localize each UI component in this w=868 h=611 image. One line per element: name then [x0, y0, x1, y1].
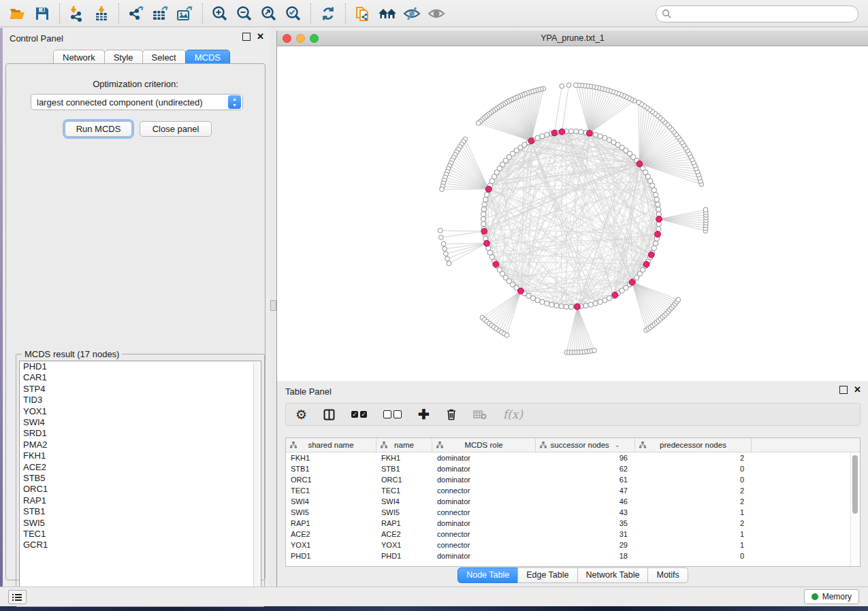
first-neighbors-icon[interactable]	[375, 3, 400, 24]
result-node-item[interactable]: STB1	[20, 506, 261, 517]
zoom-in-icon[interactable]	[208, 3, 232, 24]
table-row[interactable]: YOX1YOX1connector291	[286, 540, 860, 550]
result-node-item[interactable]: ACE2	[20, 462, 261, 473]
float-panel-icon[interactable]	[242, 33, 251, 41]
cell-shared-name: ACE2	[286, 530, 376, 538]
result-node-item[interactable]: FKH1	[20, 450, 261, 461]
table-row[interactable]: FKH1FKH1dominator962	[286, 452, 860, 463]
result-node-item[interactable]: SWI5	[20, 517, 261, 528]
zoom-selected-icon[interactable]	[281, 3, 306, 24]
result-node-item[interactable]: PHD1	[20, 361, 261, 372]
show-all-icon[interactable]	[424, 3, 449, 24]
tab-node-table[interactable]: Node Table	[457, 567, 518, 583]
toolbar-separator	[202, 3, 203, 24]
table-row[interactable]: SWI4SWI4dominator462	[286, 496, 860, 507]
select-all-icon[interactable]: ✓✓	[351, 411, 367, 418]
tab-motifs[interactable]: Motifs	[647, 567, 688, 583]
mcds-result-list[interactable]: PHD1CAR1STP4TID3YOX1SWI4SRD1PMA2FKH1ACE2…	[19, 361, 261, 603]
function-builder-icon[interactable]: f(x)	[503, 408, 523, 421]
tab-edge-table[interactable]: Edge Table	[517, 567, 577, 583]
desktop-wallpaper-bottom	[0, 606, 868, 611]
add-row-icon[interactable]: ✚	[418, 408, 430, 420]
table-scrollbar-thumb[interactable]	[852, 455, 858, 514]
table-row[interactable]: ACE2ACE2connector311	[286, 529, 860, 540]
result-node-item[interactable]: TID3	[20, 395, 261, 406]
save-session-icon[interactable]	[30, 3, 54, 24]
result-node-item[interactable]: ORC1	[20, 484, 261, 495]
import-table-icon[interactable]	[89, 3, 114, 24]
result-node-item[interactable]: RAP1	[20, 495, 261, 506]
memory-button[interactable]: Memory	[804, 589, 859, 604]
export-table-icon[interactable]	[148, 3, 173, 24]
cell-MCDS-role: dominator	[432, 454, 536, 462]
list-icon	[12, 593, 22, 601]
delete-row-icon[interactable]	[446, 408, 457, 420]
cell-name: STB1	[376, 465, 432, 473]
table-row[interactable]: PHD1PHD1dominator180	[286, 550, 860, 561]
node-table[interactable]: shared namenameMCDS rolesuccessor nodes⌄…	[285, 437, 861, 567]
refresh-icon[interactable]	[316, 3, 340, 24]
close-panel-icon[interactable]: ✕	[854, 386, 861, 393]
divider-grip[interactable]	[270, 300, 276, 311]
cell-successor-nodes: 62	[536, 465, 635, 473]
import-network-icon[interactable]	[65, 3, 89, 24]
export-network-icon[interactable]	[124, 3, 148, 24]
zoom-out-icon[interactable]	[232, 3, 257, 24]
cell-MCDS-role: dominator	[432, 519, 536, 527]
task-history-button[interactable]	[8, 590, 27, 604]
table-row[interactable]: SWI5SWI5connector431	[286, 507, 860, 518]
cell-predecessor-nodes: 0	[635, 552, 752, 560]
cell-successor-nodes: 31	[536, 530, 635, 538]
panel-divider[interactable]	[270, 28, 276, 587]
table-scrollbar[interactable]	[850, 452, 860, 567]
cell-successor-nodes: 18	[536, 552, 635, 560]
float-panel-icon[interactable]	[839, 386, 848, 394]
column-header-predecessor-nodes[interactable]: predecessor nodes	[635, 438, 752, 452]
criterion-dropdown[interactable]: largest connected component (undirected)…	[31, 94, 243, 110]
result-node-item[interactable]: STP4	[20, 384, 261, 395]
cell-predecessor-nodes: 1	[635, 530, 752, 538]
criterion-value: largest connected component (undirected)	[31, 97, 228, 108]
result-node-item[interactable]: PMA2	[20, 440, 261, 450]
network-window-titlebar[interactable]: YPA_prune.txt_1	[277, 31, 868, 46]
table-row[interactable]: STB1STB1dominator620	[286, 463, 860, 474]
open-file-icon[interactable]	[5, 3, 30, 24]
result-node-item[interactable]: YOX1	[20, 406, 261, 417]
result-node-item[interactable]: SWI4	[20, 417, 261, 428]
mcds-result-groupbox: MCDS result (17 nodes) PHD1CAR1STP4TID3Y…	[16, 354, 265, 607]
close-panel-button[interactable]: Close panel	[140, 121, 212, 137]
clone-network-icon[interactable]	[351, 3, 375, 24]
network-graph[interactable]	[277, 46, 868, 381]
close-panel-icon[interactable]: ✕	[257, 33, 264, 40]
network-canvas[interactable]	[277, 46, 868, 381]
show-columns-icon[interactable]	[323, 409, 335, 420]
cell-MCDS-role: connector	[432, 541, 536, 549]
table-settings-icon[interactable]: ⚙	[295, 408, 307, 421]
deselect-all-icon[interactable]	[383, 410, 402, 418]
delete-table-icon[interactable]	[473, 409, 487, 420]
result-node-item[interactable]: STB5	[20, 473, 261, 484]
run-mcds-button[interactable]: Run MCDS	[65, 121, 132, 137]
cell-successor-nodes: 96	[536, 454, 635, 462]
export-image-icon[interactable]	[173, 3, 197, 24]
cell-MCDS-role: connector	[432, 486, 536, 495]
hide-selected-icon[interactable]	[400, 3, 424, 24]
tab-network-table[interactable]: Network Table	[577, 567, 649, 583]
result-node-item[interactable]: GCR1	[20, 540, 261, 550]
result-node-item[interactable]: TEC1	[20, 529, 261, 540]
main-toolbar	[0, 0, 868, 27]
zoom-fit-icon[interactable]	[257, 3, 281, 24]
table-row[interactable]: RAP1RAP1dominator352	[286, 518, 860, 529]
column-header-shared-name[interactable]: shared name	[286, 438, 376, 452]
result-list-scrollbar[interactable]	[253, 362, 260, 603]
column-header-name[interactable]: name	[376, 438, 432, 452]
table-row[interactable]: TEC1TEC1connector472	[286, 485, 860, 496]
column-header-successor-nodes[interactable]: successor nodes⌄	[536, 438, 635, 452]
result-node-item[interactable]: SRD1	[20, 428, 261, 439]
table-body: FKH1FKH1dominator962STB1STB1dominator620…	[286, 452, 860, 561]
result-node-item[interactable]: CAR1	[20, 372, 261, 383]
search-box[interactable]	[656, 5, 858, 22]
table-row[interactable]: ORC1ORC1dominator610	[286, 474, 860, 485]
search-input[interactable]	[672, 9, 852, 20]
column-header-MCDS-role[interactable]: MCDS role	[432, 438, 536, 452]
